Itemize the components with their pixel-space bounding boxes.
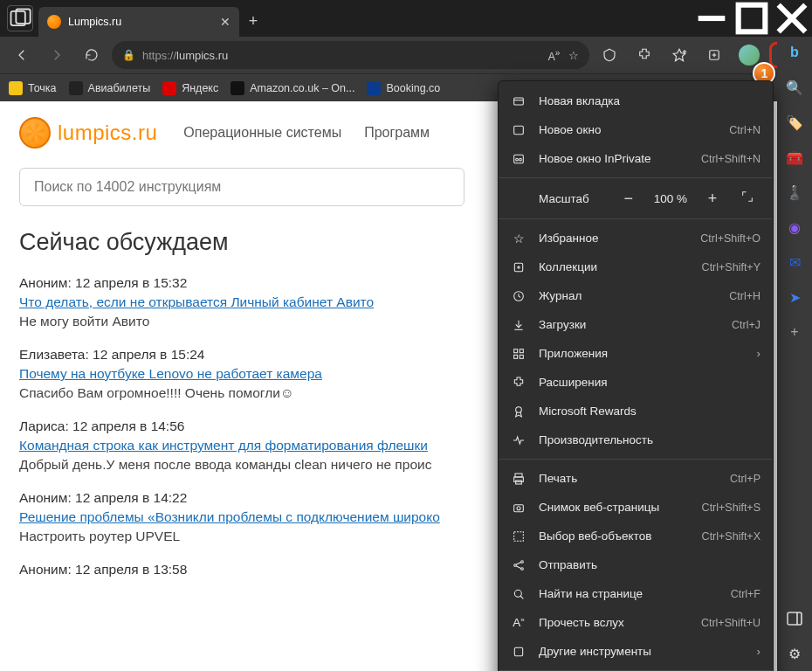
svg-line-43 [520,596,523,598]
discussion-link[interactable]: Почему на ноутбуке Lenovo не работает ка… [19,366,322,382]
menu-extensions[interactable]: Расширения [499,368,773,397]
svg-rect-44 [514,647,522,655]
menu-rewards[interactable]: Microsoft Rewards [499,397,773,425]
svg-rect-27 [520,349,523,352]
zoom-out-button[interactable]: − [616,190,642,208]
svg-point-30 [516,406,522,412]
sidebar-settings-icon[interactable]: ⚙ [784,643,805,664]
favorite-icon[interactable]: ☆ [568,49,579,62]
menu-print[interactable]: Печать Ctrl+P [499,464,773,493]
menu-downloads[interactable]: Загрузки Ctrl+J [499,310,773,339]
tab-actions-button[interactable] [7,5,33,31]
bookmark-favicon [69,81,83,95]
bookmark-item[interactable]: Booking.co [367,81,440,95]
refresh-button[interactable] [77,40,107,70]
bookmark-label: Точка [28,82,57,94]
svg-point-38 [521,560,524,563]
menu-favorites[interactable]: ☆ Избранное Ctrl+Shift+O [499,224,773,252]
tracking-prevention-icon[interactable] [595,40,624,70]
url-text: https://lumpics.ru [142,49,541,62]
back-button[interactable] [7,40,37,70]
nav-item[interactable]: Программ [364,125,430,141]
fullscreen-button[interactable] [734,190,760,208]
svg-line-41 [516,565,521,568]
tab-title: Lumpics.ru [68,16,213,28]
games-icon[interactable]: ♟️ [784,182,805,203]
menu-find[interactable]: Найти на странице Ctrl+F [499,579,773,608]
menu-share[interactable]: Отправить [499,550,773,579]
screenshot-icon [511,501,526,515]
svg-rect-28 [514,355,518,358]
menu-zoom: Масштаб − 100 % + [499,183,773,214]
discussion-link[interactable]: Решение проблемы «Возникли проблемы с по… [19,509,440,525]
menu-new-tab[interactable]: Новая вкладка [499,86,773,115]
svg-point-35 [517,506,520,509]
apps-icon [511,347,526,361]
extensions-icon [511,376,526,390]
bookmark-favicon [162,81,176,95]
menu-history[interactable]: Журнал Ctrl+H [499,281,773,310]
collections-icon[interactable] [699,40,729,70]
svg-marker-6 [674,49,686,61]
menu-collections[interactable]: Коллекции Ctrl+Shift+Y [499,252,773,281]
window-minimize-button[interactable] [692,0,732,37]
bookmark-favicon [367,81,381,95]
rewards-icon [511,405,526,419]
print-icon [511,472,526,486]
find-icon [511,587,526,601]
menu-apps[interactable]: Приложения › [499,339,773,368]
outlook-icon[interactable]: ✉ [784,252,805,273]
extensions-icon[interactable] [630,40,659,70]
reader-mode-icon[interactable]: A» [548,48,561,63]
menu-performance[interactable]: Производительность [499,425,773,454]
svg-rect-3 [739,5,766,32]
new-tab-button[interactable]: + [239,7,267,35]
menu-moretools[interactable]: Другие инструменты › [499,637,773,666]
menu-new-window[interactable]: Новое окно Ctrl+N [499,115,773,144]
bookmark-favicon [231,81,244,95]
star-icon: ☆ [511,232,526,246]
svg-rect-14 [514,98,524,105]
window-close-button[interactable] [772,0,812,37]
share-icon [511,558,526,572]
zoom-in-button[interactable]: + [699,190,726,208]
discussion-link[interactable]: Командная строка как инструмент для форм… [19,438,428,453]
site-search-input[interactable]: Поиск по 14002 инструкциям [19,168,464,206]
bookmark-item[interactable]: Яндекс [162,81,218,95]
discussion-link[interactable]: Что делать, если не открывается Личный к… [19,294,374,310]
bing-icon[interactable]: b [784,42,805,63]
svg-rect-29 [520,355,523,358]
browser-tab[interactable]: Lumpics.ru ✕ [38,7,239,37]
performance-icon [511,433,526,447]
menu-webselect[interactable]: Выбор веб-объектов Ctrl+Shift+X [499,522,773,550]
add-sidebar-icon[interactable]: + [784,322,805,342]
readaloud-icon: A» [511,616,526,629]
bookmark-favicon [9,81,23,95]
bookmark-item[interactable]: Amazon.co.uk – On... [231,81,354,95]
search-icon[interactable]: 🔍 [784,77,805,98]
svg-line-40 [516,562,521,564]
menu-screenshot[interactable]: Снимок веб-страницы Ctrl+Shift+S [499,493,773,522]
shopping-tag-icon[interactable]: 🏷️ [784,112,805,133]
menu-inprivate[interactable]: Новое окно InPrivate Ctrl+Shift+N [499,144,773,173]
menu-readaloud[interactable]: A» Прочесть вслух Ctrl+Shift+U [499,608,773,637]
tab-favicon [47,15,61,29]
lock-icon: 🔒 [122,49,135,61]
svg-rect-31 [515,474,522,477]
svg-rect-34 [514,504,524,511]
nav-item[interactable]: Операционные системы [183,125,341,141]
window-maximize-button[interactable] [732,0,772,37]
send-icon[interactable]: ➤ [784,287,805,308]
bookmark-item[interactable]: Точка [9,81,57,95]
settings-and-more-menu: Новая вкладка Новое окно Ctrl+N Новое ок… [498,80,774,671]
toolbox-icon[interactable]: 🧰 [784,147,805,168]
site-logo[interactable]: lumpics.ru [19,117,157,149]
download-icon [511,318,526,332]
office-icon[interactable]: ◉ [784,217,805,238]
bookmark-label: Яндекс [182,82,218,94]
address-bar[interactable]: 🔒 https://lumpics.ru A» ☆ [112,41,589,69]
sidebar-panel-icon[interactable] [784,608,805,629]
tab-close-icon[interactable]: ✕ [220,15,231,29]
bookmark-item[interactable]: Авиабилеты [69,81,151,95]
favorites-bar-icon[interactable] [664,40,694,70]
